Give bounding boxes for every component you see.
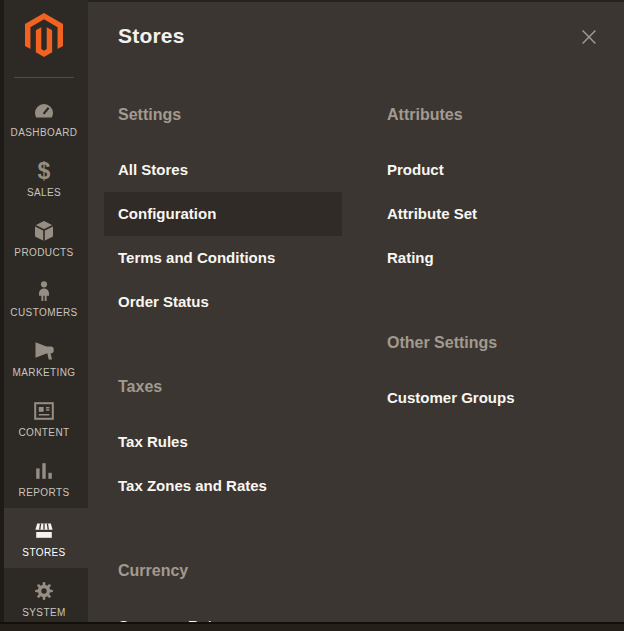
svg-text:$: $	[38, 159, 51, 183]
menu-section-settings: Settings All StoresConfigurationTerms an…	[104, 102, 342, 324]
sales-icon: $	[32, 159, 56, 183]
flyout-column-right: Attributes ProductAttribute SetRating Ot…	[373, 102, 611, 420]
products-icon	[32, 219, 56, 243]
dashboard-icon	[32, 99, 56, 123]
menu-link-customer-groups[interactable]: Customer Groups	[373, 376, 611, 420]
sidebar-item-dashboard[interactable]: DASHBOARD	[0, 88, 88, 148]
section-header: Currency	[104, 558, 342, 584]
sidebar-nav: DASHBOARD $ SALES PRODUCTS CUSTOMERS MAR…	[0, 88, 88, 628]
sidebar-item-label: MARKETING	[12, 367, 75, 378]
section-links: ProductAttribute SetRating	[373, 148, 611, 280]
sidebar-item-label: REPORTS	[19, 487, 70, 498]
menu-section-currency: Currency Currency Rates	[104, 558, 342, 622]
menu-link-product[interactable]: Product	[373, 148, 611, 192]
menu-link-rating[interactable]: Rating	[373, 236, 611, 280]
menu-link-terms-and-conditions[interactable]: Terms and Conditions	[104, 236, 342, 280]
sidebar-item-label: CUSTOMERS	[10, 307, 77, 318]
flyout-column-left: Settings All StoresConfigurationTerms an…	[104, 102, 342, 622]
menu-link-all-stores[interactable]: All Stores	[104, 148, 342, 192]
section-header: Other Settings	[373, 330, 611, 356]
magento-logo-link[interactable]	[0, 0, 88, 77]
sidebar-item-label: SALES	[27, 187, 61, 198]
section-header: Attributes	[373, 102, 611, 128]
sidebar-item-system[interactable]: SYSTEM	[0, 568, 88, 628]
section-header: Taxes	[104, 374, 342, 400]
menu-link-tax-zones-and-rates[interactable]: Tax Zones and Rates	[104, 464, 342, 508]
section-links: Currency Rates	[104, 604, 342, 622]
section-links: All StoresConfigurationTerms and Conditi…	[104, 148, 342, 324]
flyout-title: Stores	[118, 24, 185, 48]
system-icon	[32, 579, 56, 603]
sidebar-divider	[14, 77, 74, 78]
section-links: Customer Groups	[373, 376, 611, 420]
menu-section-taxes: Taxes Tax RulesTax Zones and Rates	[104, 374, 342, 508]
magento-logo-icon	[25, 13, 63, 57]
close-icon	[578, 26, 600, 48]
sidebar-item-marketing[interactable]: MARKETING	[0, 328, 88, 388]
menu-link-attribute-set[interactable]: Attribute Set	[373, 192, 611, 236]
menu-link-tax-rules[interactable]: Tax Rules	[104, 420, 342, 464]
sidebar-item-reports[interactable]: REPORTS	[0, 448, 88, 508]
stores-icon	[32, 519, 56, 543]
sidebar: DASHBOARD $ SALES PRODUCTS CUSTOMERS MAR…	[0, 0, 88, 631]
sidebar-item-sales[interactable]: $ SALES	[0, 148, 88, 208]
content-icon	[32, 399, 56, 423]
sidebar-item-label: CONTENT	[18, 427, 69, 438]
sidebar-item-content[interactable]: CONTENT	[0, 388, 88, 448]
sidebar-item-customers[interactable]: CUSTOMERS	[0, 268, 88, 328]
marketing-icon	[32, 339, 56, 363]
close-button[interactable]	[578, 26, 600, 48]
menu-link-order-status[interactable]: Order Status	[104, 280, 342, 324]
sidebar-item-label: DASHBOARD	[11, 127, 78, 138]
menu-section-other-settings: Other Settings Customer Groups	[373, 330, 611, 420]
sidebar-item-label: PRODUCTS	[14, 247, 73, 258]
stores-flyout-menu: Stores Settings All StoresConfigurationT…	[88, 0, 624, 622]
sidebar-item-label: SYSTEM	[22, 607, 66, 618]
reports-icon	[32, 459, 56, 483]
section-header: Settings	[104, 102, 342, 128]
menu-link-configuration[interactable]: Configuration	[104, 192, 342, 236]
section-links: Tax RulesTax Zones and Rates	[104, 420, 342, 508]
sidebar-item-label: STORES	[22, 547, 65, 558]
window-left-edge	[0, 0, 4, 631]
menu-section-attributes: Attributes ProductAttribute SetRating	[373, 102, 611, 280]
sidebar-item-products[interactable]: PRODUCTS	[0, 208, 88, 268]
customers-icon	[32, 279, 56, 303]
page-bottom-edge	[0, 622, 624, 631]
sidebar-item-stores[interactable]: STORES	[0, 508, 88, 568]
menu-link-currency-rates[interactable]: Currency Rates	[104, 604, 342, 622]
